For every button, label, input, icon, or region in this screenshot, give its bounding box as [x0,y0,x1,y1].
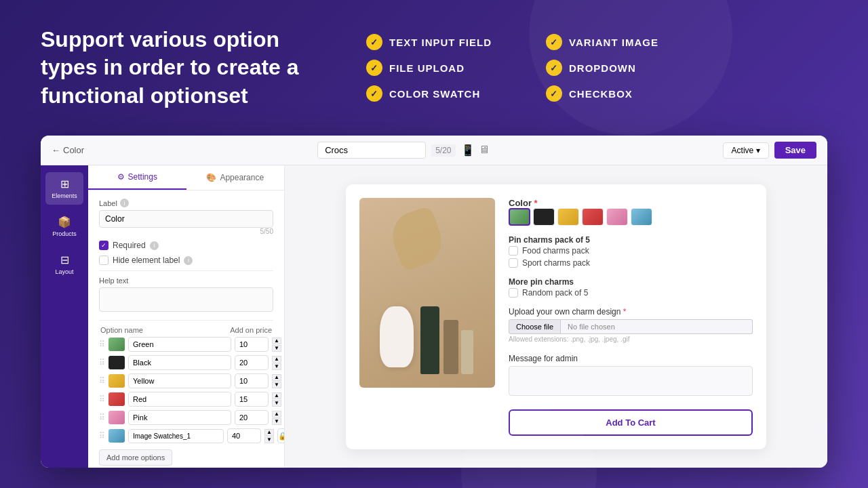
sidebar-item-layout-label: Layout [55,268,73,275]
color-swatch-red[interactable] [582,208,604,226]
food-charms-label: Food charms pack [522,246,589,256]
option-name-input-4[interactable] [128,410,231,425]
panel-content: Label i 5/50 ✓ Required i Hide element l… [88,190,284,468]
feature-color-swatch: ✓ COLOR SWATCH [366,85,492,102]
sidebar-item-layout[interactable]: ⊟ Layout [45,248,83,281]
hide-element-label-row[interactable]: Hide element label i [99,256,273,265]
spinner-down-5[interactable]: ▼ [264,436,274,443]
choose-file-button[interactable]: Choose file [509,319,561,334]
add-more-options-button[interactable]: Add more options [99,449,172,466]
upload-btn-row: Choose file No file chosen [509,319,753,334]
spinner-up-3[interactable]: ▲ [272,392,281,399]
color-swatch-yellow[interactable] [557,208,579,226]
spinner-3: ▲ ▼ [272,392,281,407]
spinner-up-1[interactable]: ▲ [272,356,281,363]
drag-handle-1[interactable]: ⠿ [99,358,105,367]
option-name-input-1[interactable] [128,355,231,370]
tab-appearance[interactable]: 🎨 Appearance [186,165,285,190]
required-info-icon: i [150,241,159,250]
option-name-input-3[interactable] [128,392,231,407]
elements-icon: ⊞ [60,178,69,190]
random-pack-label: Random pack of 5 [522,288,588,298]
drag-handle-5[interactable]: ⠿ [99,431,105,441]
help-text-label: Help text [99,277,273,285]
food-charms-checkbox[interactable] [509,246,518,256]
option-price-input-4[interactable] [235,410,269,425]
drag-handle-4[interactable]: ⠿ [99,413,105,422]
color-swatches [509,208,753,226]
spinner-down-2[interactable]: ▼ [272,382,281,388]
sidebar-item-products-label: Products [52,230,77,237]
sport-charms-checkbox[interactable] [509,258,518,268]
spinner-up-4[interactable]: ▲ [272,411,281,418]
required-row[interactable]: ✓ Required i [99,241,273,250]
random-pack-item: Random pack of 5 [509,288,753,298]
vase-decoration [380,306,414,367]
option-name-input-5[interactable] [128,429,224,443]
product-name-input[interactable] [317,142,426,159]
settings-gear-icon: ⚙ [117,172,125,182]
spinner-down-4[interactable]: ▼ [272,418,281,425]
tab-settings[interactable]: ⚙ Settings [88,165,186,190]
spinner-down-1[interactable]: ▼ [272,363,281,370]
option-price-input-5[interactable] [227,428,261,443]
required-label: Required [113,241,146,250]
spinner-down-0[interactable]: ▼ [272,345,281,352]
options-header: Option name Add on price [99,326,273,334]
app-window: ← Color 5/20 📱 🖥 Active ▾ Save ⊞ Element… [41,136,827,468]
drag-handle-0[interactable]: ⠿ [99,340,105,349]
back-arrow-icon: ← [52,145,60,155]
label-field-label: Label i [99,199,273,207]
pin-charms-section: Pin charms pack of 5 Food charms pack Sp… [509,232,753,268]
option-price-input-2[interactable] [235,373,269,388]
panel-tabs: ⚙ Settings 🎨 Appearance [88,165,284,190]
active-button[interactable]: Active ▾ [723,142,769,159]
required-checkbox[interactable]: ✓ [99,241,108,250]
message-input[interactable] [509,366,753,396]
spinner-up-5[interactable]: ▲ [264,429,274,436]
option-row-4: ⠿ ▲ ▼ 🔒 [99,410,273,425]
device-icons: 📱 🖥 [461,144,490,157]
sidebar-item-products[interactable]: 📦 Products [45,210,83,243]
leaf-decoration [385,205,448,272]
help-text-input[interactable] [99,287,273,312]
option-price-input-1[interactable] [235,355,269,370]
label-input[interactable] [99,210,273,228]
sidebar-item-elements[interactable]: ⊞ Elements [45,172,83,205]
option-row-5: ⠿ ▲ ▼ 🔒 [99,428,273,443]
spinner-up-2[interactable]: ▲ [272,374,281,381]
color-section-title: Color * [509,198,753,208]
more-pin-charms-title: More pin charms [509,277,753,287]
message-label: Message for admin [509,354,753,363]
spinner-5: ▲ ▼ [264,429,274,443]
random-pack-checkbox[interactable] [509,288,518,298]
color-swatch-black[interactable] [533,208,555,226]
label-info-icon: i [120,199,129,207]
color-swatch-pink[interactable] [606,208,628,226]
pin-charms-list: Food charms pack Sport charms pack [509,246,753,268]
product-card: Color * Pi [346,184,766,449]
desktop-icon[interactable]: 🖥 [479,144,490,157]
save-button[interactable]: Save [774,142,816,159]
pin-charms-title: Pin charms pack of 5 [509,235,753,245]
bottle-decoration-3 [461,330,473,374]
spinner-up-0[interactable]: ▲ [272,338,281,344]
option-name-input-0[interactable] [128,337,231,352]
drag-handle-2[interactable]: ⠿ [99,376,105,386]
option-name-input-2[interactable] [128,373,231,388]
option-price-input-0[interactable] [235,337,269,352]
feature-file-upload: ✓ FILE UPLOAD [366,60,492,76]
back-button[interactable]: ← Color [52,145,84,155]
option-price-col-header: Add on price [230,326,272,334]
spinner-down-3[interactable]: ▼ [272,400,281,407]
color-swatch-green[interactable] [509,208,530,226]
mobile-icon[interactable]: 📱 [461,144,475,157]
color-swatch-img[interactable] [631,208,652,226]
check-icon-text-input: ✓ [366,34,382,50]
top-bar-center: 5/20 📱 🖥 [92,142,715,159]
upload-section: Upload your own charm design * Choose fi… [509,307,753,343]
drag-handle-3[interactable]: ⠿ [99,394,105,404]
hide-element-checkbox[interactable] [99,256,108,265]
delete-option-5[interactable]: 🔒 [277,428,285,443]
option-price-input-3[interactable] [235,392,269,407]
